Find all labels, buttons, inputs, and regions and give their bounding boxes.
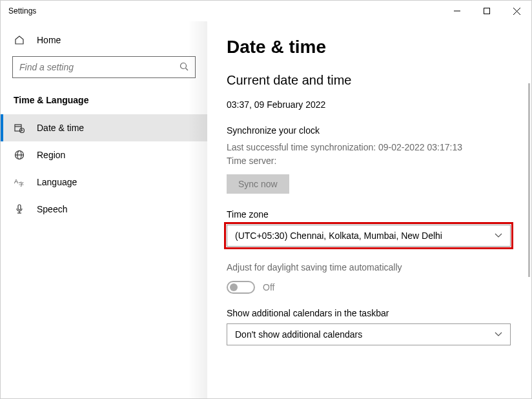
nav-speech[interactable]: Speech	[1, 196, 207, 223]
dst-state: Off	[263, 282, 274, 292]
nav-date-time[interactable]: Date & time	[1, 114, 207, 141]
current-datetime-value: 03:37, 09 February 2022	[227, 99, 512, 110]
scrollbar[interactable]	[528, 83, 530, 277]
dst-label: Adjust for daylight saving time automati…	[227, 261, 512, 274]
sync-now-button[interactable]: Sync now	[227, 174, 289, 194]
chevron-down-icon	[495, 331, 502, 338]
date-time-icon	[14, 122, 25, 134]
calendars-label: Show additional calendars in the taskbar	[227, 308, 512, 318]
category-header: Time & Language	[1, 90, 207, 114]
chevron-down-icon	[495, 232, 502, 240]
timezone-label: Time zone	[227, 209, 512, 220]
nav-label: Language	[37, 177, 77, 187]
search-icon	[179, 62, 189, 73]
home-label: Home	[37, 35, 61, 45]
timezone-value: (UTC+05:30) Chennai, Kolkata, Mumbai, Ne…	[235, 230, 442, 241]
home-icon	[14, 34, 25, 46]
dst-toggle	[227, 281, 255, 294]
svg-rect-16	[18, 205, 21, 210]
time-server-text: Time server:	[227, 154, 512, 168]
search-input[interactable]	[12, 56, 196, 78]
sidebar: Home Time & Language Date & time Region	[1, 21, 207, 398]
nav-label: Speech	[37, 204, 67, 214]
page-title: Date & time	[227, 37, 512, 57]
language-icon: A字	[14, 176, 25, 188]
maximize-button[interactable]	[472, 1, 502, 21]
close-button[interactable]	[502, 1, 531, 21]
nav-label: Region	[37, 150, 65, 160]
main-panel: Date & time Current date and time 03:37,…	[207, 21, 531, 398]
nav-region[interactable]: Region	[1, 141, 207, 169]
calendars-dropdown[interactable]: Don't show additional calendars	[227, 323, 511, 345]
minimize-button[interactable]	[442, 1, 472, 21]
toggle-knob	[230, 283, 238, 291]
window-title: Settings	[8, 6, 36, 15]
svg-text:A: A	[14, 178, 18, 185]
nav-label: Date & time	[37, 123, 84, 133]
svg-text:字: 字	[19, 181, 24, 187]
sync-clock-header: Synchronize your clock	[227, 125, 512, 136]
svg-point-4	[181, 63, 187, 68]
microphone-icon	[14, 203, 25, 215]
svg-rect-1	[484, 8, 490, 14]
section-current-datetime: Current date and time	[227, 73, 512, 88]
calendars-value: Don't show additional calendars	[235, 329, 362, 340]
svg-rect-6	[15, 125, 21, 131]
nav-language[interactable]: A字 Language	[1, 169, 207, 196]
timezone-dropdown[interactable]: (UTC+05:30) Chennai, Kolkata, Mumbai, Ne…	[227, 225, 511, 247]
globe-icon	[14, 149, 25, 161]
home-link[interactable]: Home	[1, 28, 207, 52]
last-sync-text: Last successful time synchronization: 09…	[227, 141, 512, 154]
search-field[interactable]	[19, 62, 179, 72]
svg-line-5	[186, 68, 189, 70]
